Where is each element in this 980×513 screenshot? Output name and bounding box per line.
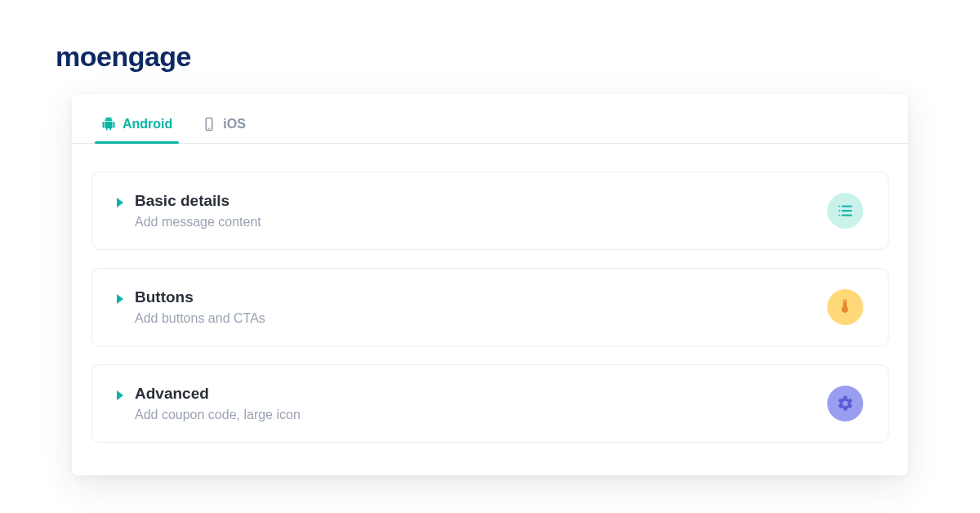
svg-point-8 xyxy=(844,300,847,303)
section-buttons[interactable]: Buttons Add buttons and CTAs xyxy=(91,268,889,346)
svg-point-7 xyxy=(839,215,840,216)
section-description: Add coupon code, large icon xyxy=(135,408,301,422)
section-title: Basic details xyxy=(135,192,261,210)
tab-ios-label: iOS xyxy=(223,117,246,132)
tab-android[interactable]: Android xyxy=(98,112,176,143)
chevron-right-icon xyxy=(117,390,123,400)
android-icon xyxy=(101,117,116,132)
phone-icon xyxy=(202,117,216,132)
brand-logo: moengage xyxy=(56,41,191,73)
list-icon xyxy=(827,193,863,229)
section-description: Add message content xyxy=(135,215,261,230)
gear-icon xyxy=(827,386,863,422)
section-title: Buttons xyxy=(135,288,265,306)
chevron-right-icon xyxy=(117,198,123,207)
section-description: Add buttons and CTAs xyxy=(135,311,265,326)
section-advanced[interactable]: Advanced Add coupon code, large icon xyxy=(91,364,889,443)
svg-point-6 xyxy=(839,210,840,212)
tab-ios[interactable]: iOS xyxy=(198,112,249,143)
tab-android-label: Android xyxy=(122,117,172,132)
config-panel: Android iOS Basic details Add message co… xyxy=(72,94,908,475)
section-title: Advanced xyxy=(135,385,301,403)
section-basic-details[interactable]: Basic details Add message content xyxy=(91,172,889,250)
touch-icon xyxy=(827,289,863,325)
platform-tabs: Android iOS xyxy=(72,94,908,144)
svg-point-5 xyxy=(839,206,840,207)
chevron-right-icon xyxy=(117,294,123,304)
section-list: Basic details Add message content Button… xyxy=(72,144,908,443)
